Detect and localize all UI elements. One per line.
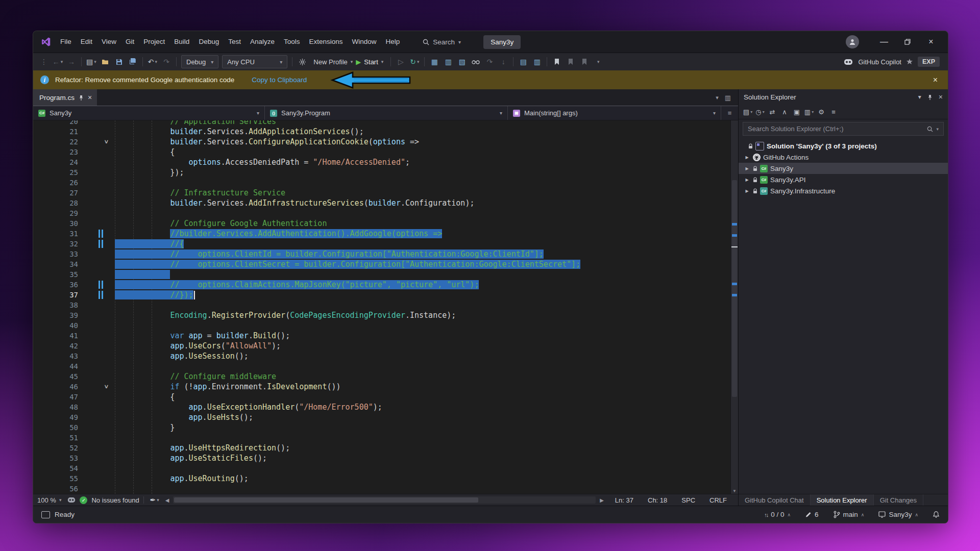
tree-item-sany3y[interactable]: ▶C#Sany3y xyxy=(739,163,948,174)
breakpoint-margin[interactable]: ∨ xyxy=(78,382,115,392)
step-into-icon[interactable]: ↓ xyxy=(497,56,510,68)
breakpoint-margin[interactable] xyxy=(78,341,115,351)
tree-item-github-actions[interactable]: ▶GitHub Actions xyxy=(739,152,948,163)
bell-icon[interactable] xyxy=(933,511,940,518)
health-check-icon[interactable]: ✓ xyxy=(80,496,87,504)
menu-extensions[interactable]: Extensions xyxy=(305,31,348,53)
panel-tab-git-changes[interactable]: Git Changes xyxy=(874,494,923,506)
breakpoint-margin[interactable] xyxy=(78,310,115,320)
pending-changes-status[interactable]: 6 xyxy=(805,511,819,518)
open-folder-icon[interactable] xyxy=(99,56,112,68)
code-line-27[interactable]: 27 // Infrastructure Service xyxy=(33,188,731,198)
breakpoint-margin[interactable] xyxy=(78,127,115,137)
code-line-50[interactable]: 50 } xyxy=(33,422,731,433)
expand-chevron-icon[interactable]: ▶ xyxy=(744,155,750,160)
pin-icon[interactable] xyxy=(927,94,933,100)
code-cleanup-icon[interactable]: ✒▾ xyxy=(148,494,161,506)
menu-edit[interactable]: Edit xyxy=(76,31,97,53)
nav-project-dropdown[interactable]: C# Sany3y ▾ xyxy=(33,106,265,120)
scroll-right-icon[interactable]: ▶ xyxy=(600,497,604,503)
nav-member-dropdown[interactable]: ▣ Main(string[] args) ▾ xyxy=(508,106,721,120)
platform-dropdown[interactable]: Any CPU▾ xyxy=(222,55,287,68)
menu-tools[interactable]: Tools xyxy=(279,31,305,53)
editor-vertical-scrollbar[interactable]: ▼ xyxy=(730,120,738,494)
nav-outline-icon[interactable]: ≡ xyxy=(721,106,738,120)
code-line-26[interactable]: 26 xyxy=(33,178,731,188)
breakpoint-margin[interactable]: ∨ xyxy=(78,137,115,147)
breakpoint-margin[interactable] xyxy=(78,402,115,412)
code-line-33[interactable]: 33 // options.ClientId = builder.Configu… xyxy=(33,249,731,259)
breakpoint-margin[interactable] xyxy=(78,218,115,229)
breakpoint-margin[interactable] xyxy=(78,433,115,443)
code-line-25[interactable]: 25 }); xyxy=(33,167,731,178)
code-line-55[interactable]: 55 app.UseRouting(); xyxy=(33,473,731,484)
breakpoint-margin[interactable] xyxy=(78,412,115,422)
account-avatar[interactable] xyxy=(846,35,859,48)
menu-git[interactable]: Git xyxy=(121,31,139,53)
panel-tab-solution-explorer[interactable]: Solution Explorer xyxy=(811,494,874,506)
background-tasks-icon[interactable] xyxy=(41,511,50,518)
code-line-24[interactable]: 24 options.AccessDeniedPath = "/Home/Acc… xyxy=(33,157,731,167)
scroll-down-icon[interactable]: ▼ xyxy=(731,489,738,493)
breakpoint-margin[interactable] xyxy=(78,351,115,361)
pending-changes-filter-icon[interactable]: ◷▾ xyxy=(755,106,765,117)
tab-options-icon[interactable]: ▥ xyxy=(725,94,731,102)
code-line-30[interactable]: 30 // Configure Google Authentication xyxy=(33,218,731,229)
launch-profile-icon[interactable] xyxy=(296,56,309,68)
breakpoint-margin[interactable] xyxy=(78,361,115,371)
breakpoint-margin[interactable] xyxy=(78,269,115,280)
code-line-32[interactable]: 32 //{ xyxy=(33,239,731,249)
code-line-22[interactable]: 22∨ builder.Services.ConfigureApplicatio… xyxy=(33,137,731,147)
preview-selected-icon[interactable]: ≡ xyxy=(828,106,839,117)
breakpoint-margin[interactable] xyxy=(78,280,115,290)
menu-file[interactable]: File xyxy=(56,31,76,53)
breakpoint-margin[interactable] xyxy=(78,443,115,453)
breakpoint-margin[interactable] xyxy=(78,422,115,433)
menu-build[interactable]: Build xyxy=(169,31,194,53)
menu-test[interactable]: Test xyxy=(224,31,246,53)
breakpoint-margin[interactable] xyxy=(78,331,115,341)
tree-item-sany3y-api[interactable]: ▶C#Sany3y.API xyxy=(739,174,948,185)
wrench-icon[interactable]: ⚙ xyxy=(816,106,826,117)
parameter-info-icon[interactable]: ▥ xyxy=(530,56,544,68)
breakpoint-margin[interactable] xyxy=(78,188,115,198)
horizontal-scrollbar-thumb[interactable] xyxy=(174,497,478,503)
breakpoint-margin[interactable] xyxy=(78,208,115,218)
titlebar-search[interactable]: Search ▾ xyxy=(418,36,466,48)
code-line-34[interactable]: 34 // options.ClientSecret = builder.Con… xyxy=(33,259,731,269)
code-line-43[interactable]: 43 app.UseSession(); xyxy=(33,351,731,361)
space-indicator[interactable]: SPC xyxy=(681,496,695,504)
code-line-42[interactable]: 42 app.UseCors("AllowAll"); xyxy=(33,341,731,351)
breakpoint-margin[interactable] xyxy=(78,463,115,473)
breakpoint-margin[interactable] xyxy=(78,120,115,127)
breakpoint-margin[interactable] xyxy=(78,371,115,382)
save-icon[interactable] xyxy=(112,56,126,68)
hot-reload-icon[interactable]: ↻▾ xyxy=(408,56,421,68)
repository-status[interactable]: Sany3y ∧ xyxy=(878,511,918,518)
code-line-51[interactable]: 51 xyxy=(33,433,731,443)
code-line-46[interactable]: 46∨ if (!app.Environment.IsDevelopment()… xyxy=(33,382,731,392)
copilot-status-icon[interactable] xyxy=(67,497,76,503)
code-line-49[interactable]: 49 app.UseHsts(); xyxy=(33,412,731,422)
line-indicator[interactable]: Ln: 37 xyxy=(615,496,633,504)
code-line-48[interactable]: 48 app.UseExceptionHandler("/Home/Error5… xyxy=(33,402,731,412)
code-line-45[interactable]: 45 // Configure middleware xyxy=(33,371,731,382)
bookmark-icon[interactable] xyxy=(550,56,564,68)
breakpoint-margin[interactable] xyxy=(78,239,115,249)
branch-status[interactable]: main ∧ xyxy=(833,511,865,518)
menu-project[interactable]: Project xyxy=(139,31,169,53)
window-layout-icon[interactable]: ▥ xyxy=(442,56,455,68)
copilot-label[interactable]: GitHub Copilot xyxy=(858,58,901,66)
expand-chevron-icon[interactable]: ▶ xyxy=(744,178,750,182)
show-all-files-icon[interactable]: ▥▾ xyxy=(804,106,814,117)
code-line-36[interactable]: 36 // options.ClaimActions.MapJsonKey("p… xyxy=(33,280,731,290)
breakpoint-margin[interactable] xyxy=(78,178,115,188)
code-line-40[interactable]: 40 xyxy=(33,320,731,331)
undo-icon[interactable]: ↶▾ xyxy=(146,56,159,68)
breakpoint-margin[interactable] xyxy=(78,484,115,494)
breakpoint-margin[interactable] xyxy=(78,167,115,178)
switch-views-icon[interactable]: ⇄ xyxy=(767,106,777,117)
tab-close-icon[interactable]: × xyxy=(88,93,92,102)
menu-help[interactable]: Help xyxy=(381,31,405,53)
solution-explorer-search[interactable]: Search Solution Explorer (Ctrl+;) ▾ xyxy=(743,122,944,136)
